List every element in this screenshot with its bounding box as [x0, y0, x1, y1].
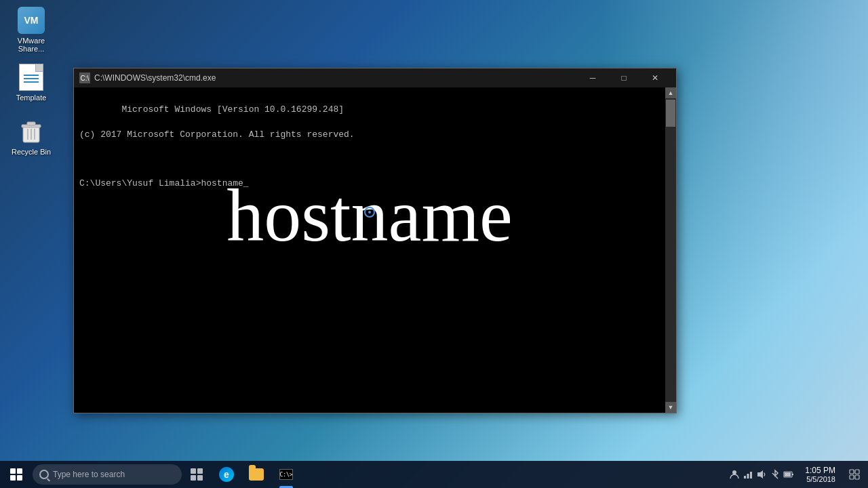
system-tray [724, 461, 800, 488]
cmd-line2: (c) 2017 Microsoft Corporation. All righ… [79, 129, 355, 140]
svg-rect-9 [197, 475, 203, 481]
taskbar-search[interactable]: Type here to search [33, 464, 182, 485]
action-center-button[interactable] [841, 461, 868, 488]
svg-rect-7 [197, 468, 203, 474]
cmd-content-wrapper: Microsoft Windows [Version 10.0.16299.24… [74, 87, 676, 413]
recycle-bin-icon [18, 118, 45, 145]
maximize-button[interactable]: □ [608, 68, 639, 87]
file-explorer-icon [249, 468, 264, 481]
svg-rect-17 [785, 472, 791, 476]
cmd-titlebar-title: C:\WINDOWS\system32\cmd.exe [94, 73, 216, 83]
battery-tray-icon[interactable] [783, 469, 794, 480]
desktop-icon-template[interactable]: Template [4, 61, 58, 104]
taskbar-clock[interactable]: 1:05 PM 5/5/2018 [800, 466, 841, 483]
cmd-content[interactable]: Microsoft Windows [Version 10.0.16299.24… [74, 87, 665, 413]
start-button[interactable] [0, 461, 33, 488]
template-label: Template [16, 94, 47, 102]
cmd-titlebar-icon: C:\ [79, 73, 90, 83]
svg-rect-21 [855, 475, 859, 479]
svg-rect-20 [850, 475, 854, 479]
network-tray-icon[interactable] [743, 469, 753, 480]
cmd-titlebar-left: C:\ C:\WINDOWS\system32\cmd.exe [79, 73, 216, 83]
people-tray-icon[interactable] [729, 469, 740, 480]
cmd-titlebar[interactable]: C:\ C:\WINDOWS\system32\cmd.exe ─ □ ✕ [74, 68, 676, 87]
svg-marker-14 [757, 470, 763, 479]
taskbar-cmd[interactable]: C:\> [271, 461, 301, 488]
task-view-button[interactable] [182, 461, 212, 488]
cmd-window: C:\ C:\WINDOWS\system32\cmd.exe ─ □ ✕ Mi… [73, 68, 677, 413]
svg-rect-13 [750, 472, 752, 479]
taskbar-file-explorer[interactable] [241, 461, 271, 488]
svg-rect-16 [792, 474, 793, 475]
volume-tray-icon[interactable] [756, 469, 767, 480]
edge-icon: e [219, 467, 234, 482]
svg-rect-2 [27, 122, 35, 125]
svg-rect-11 [744, 476, 746, 479]
svg-point-10 [732, 470, 736, 474]
windows-logo-icon [10, 468, 22, 481]
cmd-scrollbar[interactable]: ▲ ▼ [665, 87, 676, 413]
bluetooth-tray-icon[interactable] [770, 469, 781, 480]
close-button[interactable]: ✕ [639, 68, 671, 87]
svg-rect-8 [191, 475, 196, 481]
taskbar: Type here to search e C:\> [0, 461, 868, 488]
vmware-icon: VM [18, 7, 45, 34]
cmd-titlebar-controls: ─ □ ✕ [577, 68, 671, 87]
vmware-label: VMwareShare... [18, 37, 45, 53]
cmd-taskbar-icon: C:\> [279, 469, 293, 480]
search-placeholder: Type here to search [53, 470, 125, 479]
clock-time: 1:05 PM [805, 466, 835, 475]
svg-rect-12 [747, 474, 749, 479]
minimize-button[interactable]: ─ [577, 68, 608, 87]
cmd-line1: Microsoft Windows [Version 10.0.16299.24… [121, 104, 344, 115]
desktop-icon-recycle-bin[interactable]: Recycle Bin [4, 115, 58, 159]
desktop-icon-vmware[interactable]: VM VMwareShare... [4, 4, 58, 56]
taskbar-pinned-apps: e C:\> [212, 461, 301, 488]
taskbar-edge[interactable]: e [212, 461, 241, 488]
template-icon [18, 64, 45, 91]
scrollbar-down-arrow[interactable]: ▼ [665, 402, 676, 413]
desktop: VM VMwareShare... Template [0, 0, 868, 488]
recycle-bin-label: Recycle Bin [12, 148, 51, 156]
scrollbar-thumb[interactable] [666, 100, 675, 127]
clock-date: 5/5/2018 [806, 475, 835, 483]
svg-rect-19 [855, 470, 859, 474]
cmd-prompt: C:\Users\Yusuf Limalia>hostname_ [79, 178, 249, 188]
svg-rect-18 [850, 470, 854, 474]
scrollbar-up-arrow[interactable]: ▲ [665, 87, 676, 98]
svg-rect-6 [191, 468, 196, 474]
search-icon [39, 470, 49, 479]
